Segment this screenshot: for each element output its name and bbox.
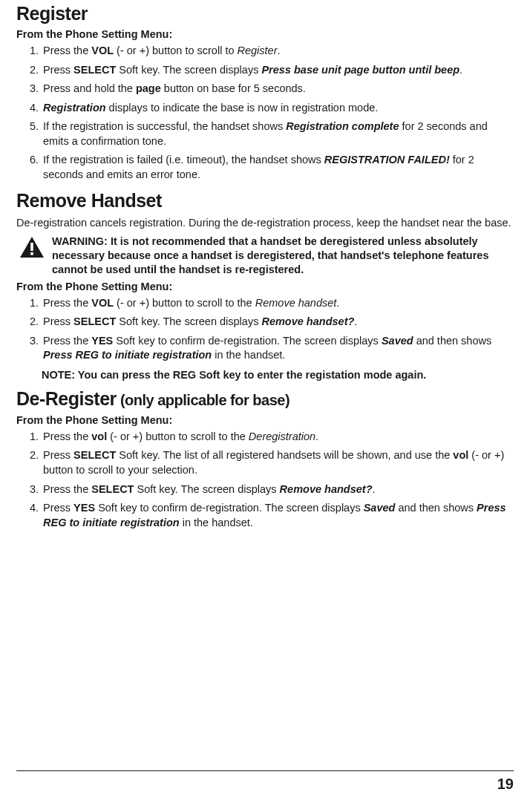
warning-icon	[19, 236, 45, 261]
text-bold: SELECT	[73, 449, 116, 461]
text-bolditalic: Remove handset?	[261, 315, 354, 327]
section-remove-title: Remove Handset	[16, 187, 514, 212]
text: Press	[43, 315, 73, 327]
deregister-title-suffix: (only applicable for base)	[117, 392, 289, 408]
text: Soft key. The screen displays	[116, 64, 261, 76]
deregister-title-main: De-Register	[16, 388, 117, 409]
list-item: Press and hold the page button on base f…	[42, 82, 514, 96]
remove-note: NOTE: You can press the REG Soft key to …	[42, 369, 514, 381]
text-bolditalic: Saved	[382, 335, 413, 347]
text-bolditalic: REGISTRATION FAILED!	[324, 154, 450, 166]
text-bold: page	[136, 82, 161, 94]
text: .	[336, 297, 339, 309]
svg-rect-2	[30, 252, 33, 255]
list-item: Registration displays to indicate the ba…	[42, 101, 514, 116]
text: Soft key to confirm de-registration. The…	[95, 502, 364, 514]
svg-rect-1	[30, 243, 33, 251]
text-bold: VOL	[91, 45, 114, 56]
register-steps-list: Press the VOL (- or +) button to scroll …	[16, 44, 514, 183]
section-register-title: Register	[16, 0, 514, 24]
text-bolditalic: Remove handset?	[280, 483, 373, 495]
text-bold: YES	[91, 335, 113, 347]
text: Soft key to confirm de-registration. The…	[113, 335, 382, 347]
remove-steps-list: Press the VOL (- or +) button to scroll …	[16, 296, 514, 363]
text-bold: VOL	[91, 297, 114, 309]
text: .	[373, 483, 376, 495]
list-item: Press the VOL (- or +) button to scroll …	[42, 44, 514, 59]
text-bolditalic: Registration complete	[286, 120, 399, 132]
text: (- or +) button to scroll to the	[114, 297, 255, 309]
text: Press the	[43, 430, 91, 442]
text-bold: YES	[73, 502, 95, 514]
text: Press	[43, 449, 73, 461]
text: in the handset.	[180, 517, 253, 528]
text-italic: Deregistration	[249, 430, 315, 442]
text: Press	[43, 64, 73, 76]
text: Press and hold the	[43, 82, 136, 94]
text: and then shows	[395, 502, 477, 514]
text: .	[459, 64, 462, 76]
text: Soft key. The screen displays	[116, 315, 261, 327]
list-item: Press SELECT Soft key. The screen displa…	[42, 315, 514, 330]
text: Press	[43, 502, 73, 514]
text-bold: vol	[91, 430, 107, 442]
text: Soft key. The list of all registered han…	[116, 449, 453, 461]
text: If the registration is failed (i.e. time…	[43, 154, 324, 166]
text: .	[354, 315, 357, 327]
text-bolditalic: Press base unit page button until beep	[261, 64, 459, 76]
page-number: 19	[497, 776, 514, 792]
text: (- or +) button to scroll to	[114, 45, 237, 56]
text: button on base for 5 seconds.	[161, 82, 306, 94]
text: (- or +) button to scroll to the	[107, 430, 249, 442]
list-item: Press the vol (- or +) button to scroll …	[42, 430, 514, 445]
text-italic: Remove handset	[255, 297, 337, 309]
list-item: Press SELECT Soft key. The screen displa…	[42, 63, 514, 78]
list-item: Press the YES Soft key to confirm de-reg…	[42, 334, 514, 363]
text: If the registration is successful, the h…	[43, 120, 286, 132]
list-item: If the registration is successful, the h…	[42, 119, 514, 148]
text-bolditalic: Registration	[43, 102, 106, 114]
list-item: Press YES Soft key to confirm de-registr…	[42, 501, 514, 530]
text: Press the	[43, 45, 91, 56]
text-bold: SELECT	[91, 483, 134, 495]
text-bold: SELECT	[73, 315, 116, 327]
text-italic: Register	[238, 45, 278, 56]
remove-menu-label: From the Phone Setting Menu:	[16, 281, 514, 292]
list-item: Press the VOL (- or +) button to scroll …	[42, 296, 514, 311]
remove-intro-text: De-registration cancels registration. Du…	[16, 216, 514, 231]
text: Press the	[43, 297, 91, 309]
list-item: If the registration is failed (i.e. time…	[42, 153, 514, 182]
text-bolditalic: Saved	[364, 502, 396, 514]
list-item: Press the SELECT Soft key. The screen di…	[42, 482, 514, 497]
text: in the handset.	[212, 349, 285, 361]
deregister-steps-list: Press the vol (- or +) button to scroll …	[16, 430, 514, 530]
text: and then shows	[413, 335, 492, 347]
text-bold: SELECT	[73, 64, 116, 76]
text: .	[278, 45, 281, 56]
warning-text: WARNING: It is not recommended that a ha…	[52, 235, 514, 277]
warning-block: WARNING: It is not recommended that a ha…	[19, 235, 514, 277]
deregister-menu-label: From the Phone Setting Menu:	[16, 414, 514, 426]
text: Press the	[43, 483, 91, 495]
text: .	[315, 430, 318, 442]
list-item: Press SELECT Soft key. The list of all r…	[42, 448, 514, 477]
section-deregister-title: De-Register (only applicable for base)	[16, 385, 514, 410]
text-bold: vol	[453, 449, 468, 461]
text-bolditalic: Press REG to initiate registration	[43, 349, 212, 361]
text: displays to indicate the base is now in …	[106, 102, 379, 114]
page-footer: 19	[16, 770, 514, 793]
register-menu-label: From the Phone Setting Menu:	[16, 28, 514, 40]
text: Soft key. The screen displays	[134, 483, 279, 495]
text: Press the	[43, 335, 91, 347]
